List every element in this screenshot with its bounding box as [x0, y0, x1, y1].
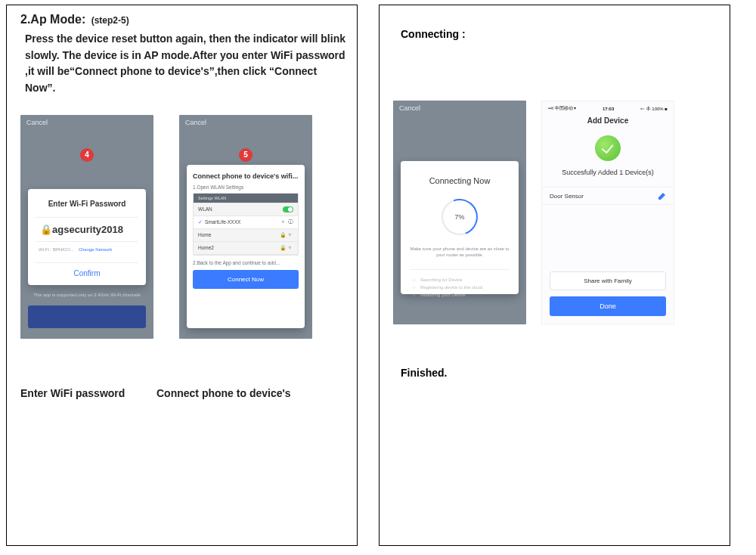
- wlan-settings-panel: Settings WLAN WLAN ✓SmartLife-XXXX ᯤ ⓘ H…: [193, 193, 299, 256]
- bottom-buttons: Share with Family Done: [550, 271, 666, 316]
- caption-step4: Enter WiFi password: [20, 387, 156, 399]
- cancel-button[interactable]: Cancel: [179, 115, 312, 132]
- section-heading: 2.Ap Mode: (step2-5): [20, 13, 357, 26]
- caption-step5: Connect phone to device's: [156, 387, 323, 399]
- phone-connecting: Cancel Connecting Now 7% Make sure your …: [393, 101, 526, 324]
- network-prefix: Wi-Fi : BPHICO...: [39, 247, 74, 252]
- toggle-on-icon[interactable]: [283, 206, 293, 212]
- wlan-name: Home: [198, 232, 211, 237]
- phone-step-4: Cancel 4 Enter Wi-Fi Password 🔒agsecurit…: [20, 115, 153, 339]
- wifi-support-note: This app is supported only on 2.4GHz Wi-…: [20, 293, 153, 297]
- status-carrier: ••ll 中国移动 ▾: [548, 105, 576, 112]
- connect-device-card: Connect phone to device's wifi... 1.Open…: [187, 165, 305, 328]
- wlan-other-network[interactable]: Home2 🔒 ᯤ: [194, 242, 298, 255]
- heading-sub: (step2-5): [91, 15, 129, 26]
- success-message: Succesfully Added 1 Device(s): [542, 169, 674, 176]
- screen-title: Add Device: [542, 116, 674, 125]
- wlan-label: WLAN: [198, 206, 212, 212]
- check-icon: ✓: [198, 219, 203, 225]
- wifi-signal-icon: 🔒 ᯤ: [280, 245, 293, 251]
- captions-row: Enter WiFi password Connect phone to dev…: [20, 387, 357, 399]
- wlan-header: Settings WLAN: [194, 194, 298, 203]
- card-title: Enter Wi-Fi Password: [36, 200, 138, 208]
- connecting-step: Initializing your Device: [413, 291, 507, 299]
- progress-ring: 7%: [442, 199, 478, 235]
- share-button[interactable]: Share with Family: [550, 271, 666, 290]
- step-number-badge: 5: [239, 148, 253, 162]
- cancel-button[interactable]: Cancel: [20, 115, 153, 132]
- wlan-selected-network[interactable]: ✓SmartLife-XXXX ᯤ ⓘ: [194, 216, 298, 229]
- phone-screens-row: Cancel 4 Enter Wi-Fi Password 🔒agsecurit…: [20, 115, 357, 339]
- success-check-icon: [595, 135, 621, 161]
- wlan-toggle-row[interactable]: WLAN: [194, 203, 298, 216]
- lock-icon: 🔒: [40, 224, 48, 235]
- network-line: Wi-Fi : BPHICO... Change Network: [36, 242, 138, 252]
- connecting-steps: Searching for Device Registering device …: [410, 269, 510, 299]
- wlan-other-network[interactable]: Home 🔒 ᯤ: [194, 229, 298, 242]
- connecting-step: Searching for Device: [413, 276, 507, 284]
- step1-label: 1.Open WLAN Settings: [193, 184, 299, 190]
- card-title: Connect phone to device's wifi...: [193, 172, 299, 180]
- heading-main: 2.Ap Mode:: [20, 13, 85, 26]
- finished-label: Finished.: [401, 367, 730, 379]
- connect-now-button[interactable]: Connect Now: [193, 270, 299, 289]
- wifi-signal-icon: ᯤ ⓘ: [281, 219, 293, 225]
- step2-label: 2.Back to the App and continue to add...: [193, 260, 299, 265]
- progress-percent: 7%: [454, 213, 464, 221]
- connecting-hint: Make sure your phone and device are as c…: [410, 246, 510, 259]
- connecting-step: Registering device to the cloud: [413, 284, 507, 291]
- phone-add-device-done: ••ll 中国移动 ▾ 17:03 ⭠ ✻ 100% ■ Add Device …: [541, 101, 674, 324]
- status-time: 17:03: [603, 107, 614, 111]
- status-bar: ••ll 中国移动 ▾ 17:03 ⭠ ✻ 100% ■: [542, 101, 674, 112]
- wifi-password-value: agsecurity2018: [52, 224, 123, 235]
- bottom-action-button[interactable]: [28, 305, 146, 328]
- phone-screens-row: Cancel Connecting Now 7% Make sure your …: [393, 101, 730, 324]
- right-page: Connecting : Cancel Connecting Now 7% Ma…: [379, 5, 730, 546]
- confirm-button[interactable]: Confirm: [36, 262, 138, 278]
- instruction-text: Press the device reset button again, the…: [25, 31, 346, 97]
- phone-step-5: Cancel 5 Connect phone to device's wifi.…: [179, 115, 312, 339]
- left-page: 2.Ap Mode: (step2-5) Press the device re…: [6, 5, 358, 546]
- wifi-password-field[interactable]: 🔒agsecurity2018: [36, 217, 138, 242]
- done-button[interactable]: Done: [550, 296, 666, 316]
- connecting-heading: Connecting :: [401, 28, 730, 40]
- device-row[interactable]: Door Sensor: [542, 187, 674, 205]
- status-battery: ⭠ ✻ 100% ■: [640, 107, 668, 111]
- wlan-selected-name: SmartLife-XXXX: [205, 219, 240, 225]
- card-title: Connecting Now: [410, 176, 510, 185]
- wifi-signal-icon: 🔒 ᯤ: [280, 232, 293, 238]
- cancel-button[interactable]: Cancel: [393, 101, 526, 117]
- connecting-card: Connecting Now 7% Make sure your phone a…: [401, 161, 519, 294]
- step-number-badge: 4: [80, 148, 94, 162]
- device-name: Door Sensor: [550, 193, 584, 200]
- change-network-link[interactable]: Change Network: [79, 247, 113, 252]
- edit-pencil-icon[interactable]: [658, 192, 666, 200]
- wlan-name: Home2: [198, 245, 214, 250]
- wifi-password-card: Enter Wi-Fi Password 🔒agsecurity2018 Wi-…: [28, 189, 146, 285]
